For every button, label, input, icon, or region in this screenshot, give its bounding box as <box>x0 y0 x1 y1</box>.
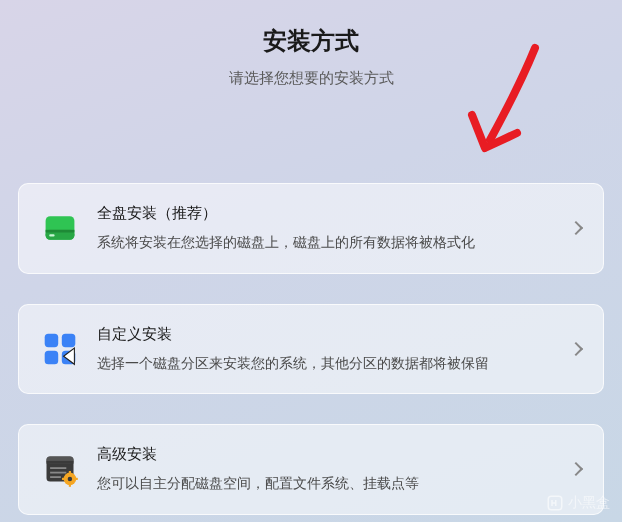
watermark-icon <box>546 494 564 512</box>
svg-rect-18 <box>62 478 65 480</box>
option-desc: 选择一个磁盘分区来安装您的系统，其他分区的数据都将被保留 <box>97 354 561 374</box>
svg-rect-6 <box>45 351 59 365</box>
watermark-text: 小黑盒 <box>568 494 610 512</box>
option-advanced[interactable]: 高级安装 您可以自主分配磁盘空间，配置文件系统、挂载点等 <box>18 424 604 515</box>
partition-icon <box>41 330 79 368</box>
svg-rect-16 <box>69 471 71 474</box>
option-title: 自定义安装 <box>97 325 561 344</box>
option-title: 高级安装 <box>97 445 561 464</box>
chevron-right-icon <box>569 342 583 356</box>
page-subtitle: 请选择您想要的安装方式 <box>18 69 604 88</box>
watermark: 小黑盒 <box>546 494 610 512</box>
chevron-right-icon <box>569 221 583 235</box>
option-full-disk[interactable]: 全盘安装（推荐） 系统将安装在您选择的磁盘上，磁盘上的所有数据将被格式化 <box>18 183 604 274</box>
option-title: 全盘安装（推荐） <box>97 204 561 223</box>
option-desc: 系统将安装在您选择的磁盘上，磁盘上的所有数据将被格式化 <box>97 233 561 253</box>
option-desc: 您可以自主分配磁盘空间，配置文件系统、挂载点等 <box>97 474 561 494</box>
svg-rect-19 <box>75 478 78 480</box>
svg-rect-4 <box>45 334 59 348</box>
page-title: 安装方式 <box>18 25 604 57</box>
svg-rect-11 <box>50 468 66 470</box>
svg-point-15 <box>68 477 73 482</box>
svg-rect-13 <box>50 477 61 479</box>
svg-rect-5 <box>62 334 76 348</box>
svg-rect-12 <box>50 472 66 474</box>
option-text: 全盘安装（推荐） 系统将安装在您选择的磁盘上，磁盘上的所有数据将被格式化 <box>97 204 561 253</box>
svg-rect-3 <box>49 235 54 237</box>
option-custom[interactable]: 自定义安装 选择一个磁盘分区来安装您的系统，其他分区的数据都将被保留 <box>18 304 604 395</box>
chevron-right-icon <box>569 462 583 476</box>
svg-rect-17 <box>69 484 71 487</box>
svg-rect-2 <box>46 230 75 233</box>
option-text: 高级安装 您可以自主分配磁盘空间，配置文件系统、挂载点等 <box>97 445 561 494</box>
header: 安装方式 请选择您想要的安装方式 <box>18 25 604 88</box>
svg-rect-10 <box>47 461 74 464</box>
disk-icon <box>41 209 79 247</box>
option-text: 自定义安装 选择一个磁盘分区来安装您的系统，其他分区的数据都将被保留 <box>97 325 561 374</box>
advanced-icon <box>41 450 79 488</box>
